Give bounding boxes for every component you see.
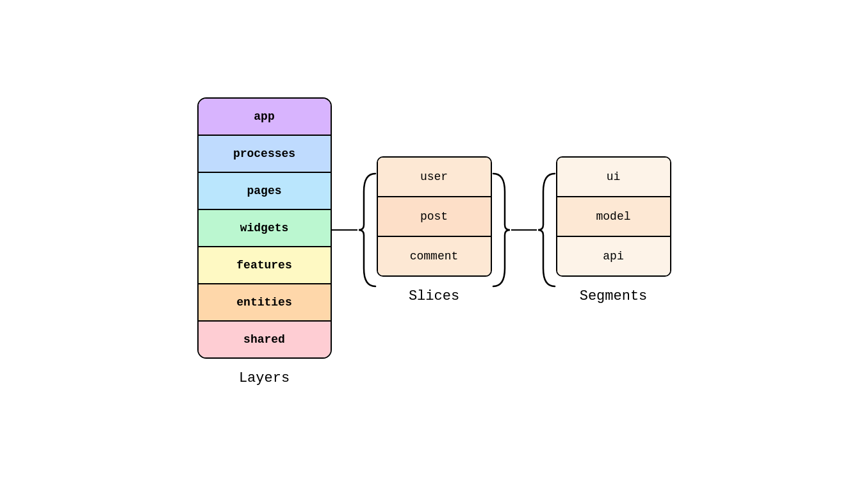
right-brace-from-slices-icon (492, 172, 511, 288)
layer-entities: entities (199, 284, 331, 322)
slice-post: post (378, 197, 491, 237)
layers-column: app processes pages widgets features ent… (197, 97, 332, 386)
segment-ui: ui (557, 158, 670, 197)
layer-shared: shared (199, 322, 331, 357)
slices-box: user post comment (377, 156, 492, 277)
left-brace-segments-icon (537, 172, 556, 288)
layer-pages: pages (199, 173, 331, 210)
diagram: app processes pages widgets features ent… (197, 97, 671, 386)
layer-processes: processes (199, 136, 331, 173)
connector-line-middle (511, 229, 537, 231)
segment-model: model (557, 197, 670, 237)
layers-label: Layers (239, 370, 290, 386)
layer-features: features (199, 247, 331, 284)
segments-box: ui model api (556, 156, 671, 277)
slices-column: user post comment Slices (377, 156, 492, 304)
segment-api: api (557, 237, 670, 275)
slice-comment: comment (378, 237, 491, 275)
layer-widgets: widgets (199, 210, 331, 247)
layers-box: app processes pages widgets features ent… (197, 97, 332, 359)
segments-label: Segments (580, 288, 648, 304)
layer-app: app (199, 99, 331, 136)
slices-label: Slices (409, 288, 459, 304)
left-brace-icon (357, 172, 377, 288)
segments-column: ui model api Segments (556, 156, 671, 304)
slice-user: user (378, 158, 491, 197)
connector-line-left (332, 229, 357, 231)
